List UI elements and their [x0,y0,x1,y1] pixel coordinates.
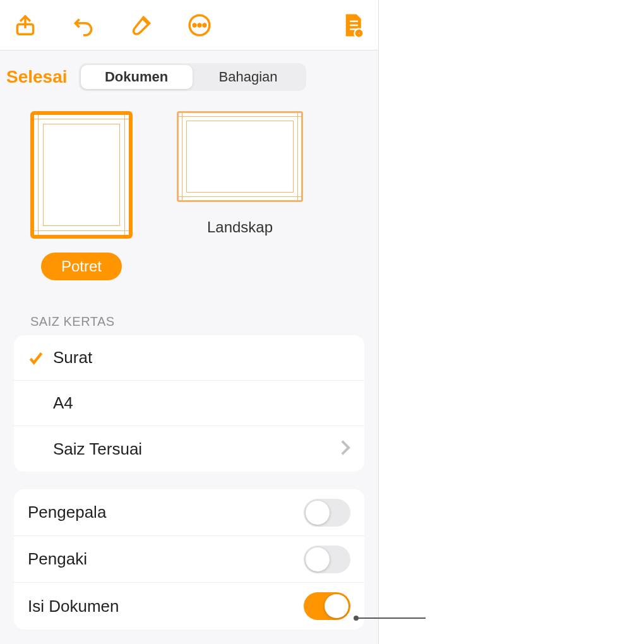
svg-point-3 [198,24,201,27]
toggle-header-label: Pengepala [28,503,304,522]
svg-point-2 [193,24,196,27]
chevron-right-icon [340,439,350,458]
toggle-header-switch[interactable] [304,499,350,527]
undo-icon[interactable] [69,11,97,39]
paper-size-custom[interactable]: Saiz Tersuai [14,426,364,472]
tab-section[interactable]: Bahagian [193,65,304,89]
paper-size-letter[interactable]: Surat [14,335,364,381]
tab-document[interactable]: Dokumen [81,65,193,89]
segmented-control: Dokumen Bahagian [79,63,306,91]
toggle-footer-switch[interactable] [304,546,350,573]
row-label: Saiz Tersuai [28,439,340,459]
portrait-label: Potret [41,253,122,280]
document-settings-icon[interactable] [339,11,367,39]
paper-size-list: Surat A4 Saiz Tersuai [14,335,364,472]
share-icon[interactable] [11,11,39,39]
paper-size-title: SAIZ KERTAS [0,288,378,335]
more-icon[interactable] [186,11,213,39]
toggle-body-switch[interactable] [304,592,350,620]
toggle-footer-row: Pengaki [14,536,364,583]
format-brush-icon[interactable] [128,11,155,39]
toggle-body-label: Isi Dokumen [28,597,304,616]
toolbar [0,0,378,51]
orientation-landscape[interactable] [177,111,303,202]
svg-point-6 [357,32,361,35]
landscape-label: Landskap [207,216,273,239]
toggle-footer-label: Pengaki [28,549,304,569]
document-options-panel: Selesai Dokumen Bahagian Potret Landskap… [0,0,379,644]
toggle-header-row: Pengepala [14,489,364,536]
row-label: Surat [53,348,350,367]
check-icon [28,350,53,366]
row-label: A4 [28,393,350,413]
paper-size-a4[interactable]: A4 [14,381,364,426]
orientation-options: Potret Landskap [0,98,378,288]
callout-line [356,617,426,619]
orientation-portrait[interactable] [30,111,133,239]
done-button[interactable]: Selesai [5,67,68,87]
svg-point-4 [203,24,206,27]
header-row: Selesai Dokumen Bahagian [0,51,378,98]
document-toggles: Pengepala Pengaki Isi Dokumen [14,489,364,629]
toggle-body-row: Isi Dokumen [14,583,364,629]
